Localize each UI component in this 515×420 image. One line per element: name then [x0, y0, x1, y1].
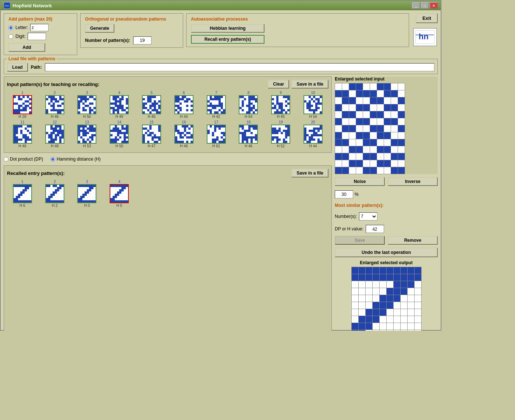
enlarged-input-title: Enlarged selected input	[335, 76, 438, 82]
input-pattern-1[interactable]: 1H 28	[7, 91, 38, 119]
load-button[interactable]: Load	[7, 63, 28, 72]
input-pattern-13[interactable]: 13H 53	[72, 120, 103, 148]
exit-button[interactable]: Exit	[416, 13, 438, 23]
dot-product-radio[interactable]	[4, 157, 8, 162]
add-pattern-title: Add pattern (max 20)	[8, 17, 72, 22]
recalled-pattern-2[interactable]: 2H 2	[39, 180, 70, 208]
digit-input[interactable]	[28, 33, 46, 40]
recalled-header: Recalled entry pattern(s): Save in a fil…	[7, 169, 328, 177]
left-main: Input pattern(s) for teaching or recalli…	[4, 76, 332, 331]
hamming-radio[interactable]	[50, 157, 55, 162]
letter-label: Letter:	[15, 25, 28, 30]
title-bar-left: hn Hopfield Network	[4, 2, 52, 9]
recalled-pattern-4[interactable]: 4H 0	[104, 180, 135, 208]
input-patterns-section: Input pattern(s) for teaching or recalli…	[4, 76, 332, 153]
recalled-pattern-1[interactable]: 1H 6	[7, 180, 38, 208]
dp-h-label: DP or H value:	[335, 226, 363, 231]
input-pattern-14[interactable]: 14H 50	[104, 120, 135, 148]
digit-label: Digit:	[15, 34, 25, 39]
digit-row: Digit:	[8, 33, 72, 40]
input-pattern-7[interactable]: 7H 42	[201, 91, 232, 119]
recalled-section: Recalled entry pattern(s): Save in a fil…	[4, 165, 332, 331]
dot-product-label: Dot product (DP)	[10, 157, 43, 162]
recalled-pattern-3[interactable]: 3H 0	[72, 180, 103, 208]
inverse-button[interactable]: Inverse	[388, 177, 438, 186]
title-bar: hn Hopfield Network _ □ ✕	[1, 1, 441, 10]
enlarged-output-area: Enlarged selected output DP or H value b…	[335, 260, 438, 331]
input-pattern-9[interactable]: 9H 45	[265, 91, 296, 119]
input-pattern-2[interactable]: 2H 46	[39, 91, 70, 119]
load-title: Load file with patterns	[7, 56, 57, 61]
dp-h-row: DP or H value: 42	[335, 225, 438, 233]
remove-button[interactable]: Remove	[388, 236, 438, 245]
recall-button[interactable]: Recall entry pattern(s)	[191, 35, 264, 44]
input-section-header: Input pattern(s) for teaching or recalli…	[7, 80, 328, 89]
recalled-title: Recalled entry pattern(s):	[7, 170, 65, 176]
enlarged-output-title: Enlarged selected output	[360, 260, 412, 265]
maximize-button[interactable]: □	[421, 2, 429, 9]
letter-row: Letter:	[8, 24, 72, 31]
distance-radio-section: Dot product (DP) Hamming distance (H)	[4, 155, 332, 163]
load-section: Load file with patterns Load Path:	[4, 59, 438, 74]
path-input[interactable]	[45, 63, 434, 71]
main-window: hn Hopfield Network _ □ ✕ Add pattern (m…	[0, 0, 441, 331]
title-buttons: _ □ ✕	[412, 2, 438, 9]
close-button[interactable]: ✕	[430, 2, 438, 9]
autoassoc-title: Autoassociative processes	[191, 17, 404, 22]
noise-button[interactable]: Noise	[335, 177, 385, 186]
enlarged-input-area: Enlarged selected input	[335, 76, 438, 174]
numbers-label: Number(s):	[335, 214, 357, 219]
dp-h-value: 42	[366, 225, 384, 233]
input-pattern-17[interactable]: 17H 61	[201, 120, 232, 148]
save-button: Save	[335, 236, 385, 245]
ortho-panel: Orthogonal or pseudorandom patterns Gene…	[80, 13, 183, 48]
add-pattern-panel: Add pattern (max 20) Letter: Digit: Add	[4, 13, 77, 55]
save-in-file-button[interactable]: Save in a file	[291, 80, 328, 89]
input-pattern-19[interactable]: 19H 52	[265, 120, 296, 148]
input-pattern-20[interactable]: 20H 44	[298, 120, 328, 148]
app-logo: hn	[415, 30, 435, 44]
num-patterns-label: Number of pattern(s):	[85, 38, 130, 43]
input-pattern-6[interactable]: 6H 44	[168, 91, 199, 119]
enlarged-input-grid	[335, 83, 405, 174]
pct-label: %	[355, 192, 359, 197]
input-pattern-8[interactable]: 8H 54	[233, 91, 264, 119]
input-section-title: Input pattern(s) for teaching or recalli…	[7, 82, 99, 87]
generate-button[interactable]: Generate	[85, 24, 114, 33]
right-controls: Noise Inverse % Most similar pattern(s):…	[335, 177, 438, 257]
input-pattern-10[interactable]: 10H 54	[298, 91, 328, 119]
main-area: Input pattern(s) for teaching or recalli…	[4, 76, 438, 331]
autoassoc-panel: Autoassociative processes Hebbian learni…	[186, 13, 409, 47]
right-panel: Enlarged selected input Noise Inverse % …	[335, 76, 438, 331]
input-pattern-11[interactable]: 11H 46	[7, 120, 38, 148]
input-pattern-18[interactable]: 18H 46	[233, 120, 264, 148]
recalled-grid: 1H 62H 23H 04H 0	[7, 180, 328, 208]
clear-button[interactable]: Clear	[268, 80, 289, 89]
save-remove-row: Save Remove	[335, 236, 438, 245]
input-pattern-grid-row2: 11H 4612H 4813H 5314H 5015H 4716H 4617H …	[7, 120, 328, 148]
input-pattern-16[interactable]: 16H 46	[168, 120, 199, 148]
hebbian-button[interactable]: Hebbian learning	[191, 24, 264, 33]
letter-radio[interactable]	[8, 25, 13, 30]
input-pattern-15[interactable]: 15H 47	[136, 120, 167, 148]
numbers-row: Number(s): 7	[335, 212, 438, 220]
svg-text:hn: hn	[419, 32, 429, 41]
noise-pct-input[interactable]	[335, 190, 353, 198]
input-pattern-5[interactable]: 5H 45	[136, 91, 167, 119]
add-button[interactable]: Add	[8, 43, 45, 52]
minimize-button[interactable]: _	[412, 2, 420, 9]
recalled-save-button[interactable]: Save in a file	[291, 169, 328, 177]
input-pattern-grid-row1: 1H 282H 463H 504H 495H 456H 447H 428H 54…	[7, 91, 328, 119]
logo-area: hn	[412, 26, 438, 48]
num-patterns-input[interactable]	[133, 36, 152, 44]
window-title: Hopfield Network	[13, 3, 52, 8]
input-pattern-12[interactable]: 12H 48	[39, 120, 70, 148]
numbers-select[interactable]: 7	[359, 212, 377, 220]
path-label: Path:	[31, 65, 42, 70]
digit-radio[interactable]	[8, 34, 13, 39]
app-icon: hn	[4, 2, 10, 9]
letter-input[interactable]	[30, 24, 49, 31]
undo-button[interactable]: Undo the last operation	[335, 248, 438, 257]
input-pattern-3[interactable]: 3H 50	[72, 91, 103, 119]
input-pattern-4[interactable]: 4H 49	[104, 91, 135, 119]
